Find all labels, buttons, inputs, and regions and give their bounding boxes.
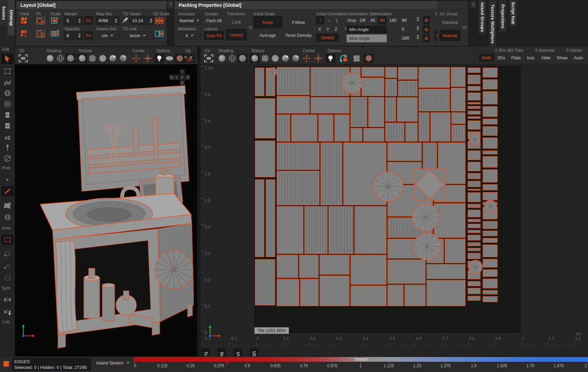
- pack-all-button[interactable]: Pack All: [204, 16, 224, 25]
- brush-area-button[interactable]: [2, 273, 13, 283]
- maximize-uv-viewport-button[interactable]: [203, 54, 215, 63]
- stretch-mode-dropdown[interactable]: Island Stretch: [96, 360, 129, 366]
- uv-texture-image2-button[interactable]: [291, 54, 301, 63]
- tab-unwrap[interactable]: Unwrap: [8, 0, 15, 36]
- uv-center-selection-button[interactable]: [301, 54, 312, 63]
- view-front-button[interactable]: F: [180, 75, 185, 80]
- tab-texture-multipliers[interactable]: Texture Multipliers: [488, 0, 497, 48]
- margin-spinner-arrows[interactable]: [77, 18, 82, 23]
- td-target-input[interactable]: 10.24: [129, 16, 155, 25]
- margin-px-button[interactable]: Px: [84, 16, 93, 25]
- td-unit-dropdown[interactable]: tx/cm: [121, 31, 155, 40]
- max-angle-spinner-arrows[interactable]: [415, 35, 420, 39]
- stacked-button[interactable]: Stacked: [439, 16, 460, 28]
- scene-unit-dropdown[interactable]: cm: [95, 31, 119, 40]
- uv-texture-checker-button[interactable]: [260, 54, 270, 63]
- uv-rotation-lock-button[interactable]: [338, 54, 349, 63]
- marquee-select-button[interactable]: [2, 66, 13, 76]
- filter-3ds-button[interactable]: 3Ds: [494, 54, 508, 62]
- uv-light-button[interactable]: [325, 54, 336, 63]
- uv-seams-display-button[interactable]: [364, 54, 374, 63]
- uv-tile[interactable]: [254, 66, 520, 332]
- tab-projections[interactable]: Projections: [499, 0, 507, 33]
- follow-button[interactable]: Follow: [284, 16, 313, 28]
- viewport-3d[interactable]: 3D Shading Texture Center: [15, 47, 197, 356]
- spacing-px-button[interactable]: Px: [84, 31, 93, 40]
- pack-selected-button[interactable]: [19, 28, 30, 39]
- uv-texture-image-button[interactable]: [280, 54, 291, 63]
- tab-script-hub[interactable]: Script Hub: [509, 0, 517, 27]
- polyline-area-button[interactable]: [2, 261, 13, 271]
- uv-shading-shaded-wire-button[interactable]: [237, 54, 248, 63]
- packing-panel-title[interactable]: Packing Properties [Global]: [175, 1, 467, 10]
- max-angle-field[interactable]: Max Angle: [347, 34, 387, 42]
- td-scale-island-button[interactable]: [153, 28, 165, 39]
- td-scale-all-button[interactable]: [153, 15, 165, 26]
- segment-primitive-button[interactable]: [1, 185, 14, 197]
- viewport-3d-canvas[interactable]: T B L F R B: [15, 64, 197, 356]
- quad-primitive-button[interactable]: [2, 200, 13, 211]
- axis-x-button[interactable]: X: [316, 25, 323, 33]
- step-off-button[interactable]: Off: [357, 16, 368, 25]
- texture-none-button[interactable]: [77, 54, 87, 63]
- uv-shading-solid-button[interactable]: [217, 54, 227, 63]
- texture-image-button[interactable]: [108, 54, 118, 63]
- map-rez-spinner-arrows[interactable]: [114, 18, 118, 23]
- center-selection-button[interactable]: [130, 54, 142, 63]
- step-180-button[interactable]: 180: [387, 16, 398, 25]
- seams-display-button[interactable]: [175, 54, 185, 63]
- keep-button[interactable]: Keep: [253, 16, 282, 28]
- center-all-button[interactable]: [142, 54, 153, 63]
- pin-tool-button[interactable]: [2, 143, 13, 153]
- spacing-input[interactable]: 8: [64, 31, 83, 40]
- isl-group-mutex-button[interactable]: M: [462, 25, 466, 30]
- step-global-button[interactable]: G: [423, 16, 430, 25]
- filter-hide-button[interactable]: Hide: [538, 54, 554, 62]
- view-bottom-button[interactable]: B: [180, 80, 185, 85]
- margin-input[interactable]: 8: [64, 16, 83, 25]
- td-target-spinner-arrows[interactable]: [149, 18, 153, 23]
- view-top-button[interactable]: T: [180, 69, 185, 74]
- shading-shaded-wire-button[interactable]: [65, 54, 76, 63]
- backface-button[interactable]: [164, 54, 175, 63]
- uv-texture-none-button[interactable]: [250, 54, 260, 63]
- viewport-splitter[interactable]: [197, 47, 201, 356]
- filter-both-button[interactable]: Both: [479, 54, 494, 62]
- scale-keep-button[interactable]: P: [49, 15, 60, 26]
- pack-button[interactable]: [19, 15, 30, 26]
- viewport-uv-canvas[interactable]: 1 cm0.90.80.70.60.50.40.30.20.10 -0.2-0.…: [201, 64, 588, 356]
- symmetry-add-button[interactable]: [2, 307, 13, 317]
- max-angle-value[interactable]: 180: [402, 35, 409, 41]
- texture-image2-button[interactable]: [118, 54, 128, 63]
- tab-udim[interactable]: UDI: [250, 348, 258, 356]
- stretch-gradient-bar[interactable]: Stretch: [134, 357, 588, 362]
- auto-fit-button[interactable]: Auto Fit: [204, 31, 224, 40]
- filter-flats-button[interactable]: Flats: [508, 54, 524, 62]
- tab-island-groups[interactable]: Island Groups: [478, 0, 486, 35]
- tab-uv[interactable]: UV: [234, 348, 242, 356]
- pelt-clamp-tool-button[interactable]: [2, 110, 13, 120]
- min-angle-spinner-arrows[interactable]: [415, 26, 420, 30]
- shading-solid-button[interactable]: [45, 54, 55, 63]
- uv-texture-grid-button[interactable]: [270, 54, 280, 63]
- layout-help-button[interactable]: ?: [168, 1, 174, 8]
- step-45-button[interactable]: 45: [368, 16, 377, 25]
- uv-udim-grid-button[interactable]: [351, 54, 362, 63]
- max-angle-global-button[interactable]: G: [423, 34, 430, 42]
- spacing-spinner-arrows[interactable]: [77, 33, 82, 38]
- orient-bar-button[interactable]: |: [334, 16, 340, 25]
- map-rez-input[interactable]: 4096: [95, 16, 119, 25]
- axis-y-button[interactable]: Y: [324, 25, 332, 33]
- unwrap-pillow-tool-button[interactable]: [2, 99, 13, 109]
- unwrap-sphere-tool-button[interactable]: [2, 88, 13, 98]
- light-button[interactable]: [154, 54, 164, 63]
- normal-button[interactable]: Normal: [439, 30, 460, 41]
- uv-shading-wireframe-button[interactable]: [227, 54, 237, 63]
- double-resolution-button[interactable]: x2: [2, 132, 13, 143]
- accuracy-dropdown[interactable]: Normal: [177, 16, 201, 25]
- filter-isolate-button[interactable]: Isol.: [524, 54, 538, 62]
- transform-mutex-button[interactable]: M: [249, 25, 253, 30]
- lasso-area-button[interactable]: [2, 249, 13, 259]
- step-90-button[interactable]: 90: [378, 16, 387, 25]
- min-angle-global-button[interactable]: G: [423, 26, 430, 33]
